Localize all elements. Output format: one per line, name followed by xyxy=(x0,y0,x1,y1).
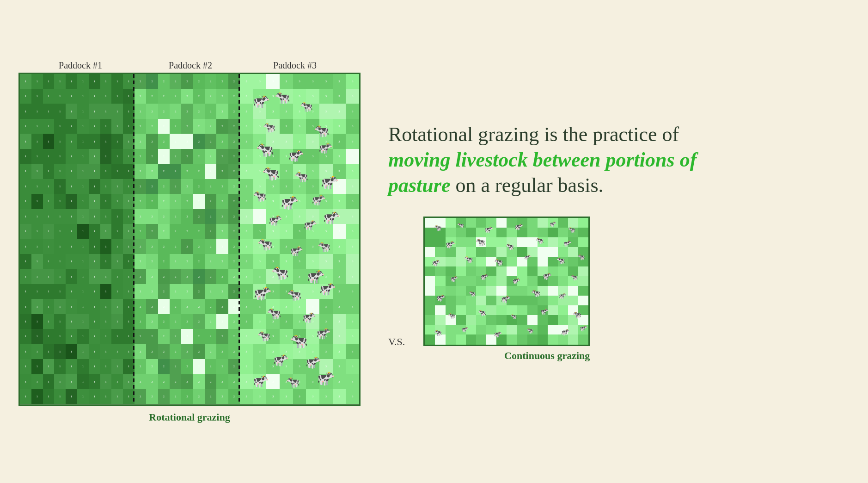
grid-cell: 2 xyxy=(170,284,181,299)
small-grid-cell xyxy=(446,286,456,296)
grid-cell: 2 xyxy=(193,149,205,164)
grid-cell: 1 xyxy=(43,119,55,134)
small-grid-cell xyxy=(568,237,578,247)
grid-cell: 3 xyxy=(240,149,253,164)
grid-cell: 2 xyxy=(134,119,146,134)
small-grid-cell xyxy=(517,325,527,334)
grid-cell: 2 xyxy=(205,224,216,239)
small-grid-cell xyxy=(538,237,548,247)
grid-cell: 3 xyxy=(306,74,319,89)
grid-cell: 3 xyxy=(266,74,280,89)
paddock-3-label: Paddock #3 xyxy=(243,60,347,71)
grid-cell: 3 xyxy=(306,89,319,104)
grid-cell: 1 xyxy=(20,299,31,314)
grid-cell: 2 xyxy=(158,239,170,254)
grid-cell: 2 xyxy=(170,134,181,149)
grid-cell: 2 xyxy=(181,389,193,404)
grid-cell: 1 xyxy=(31,284,43,299)
grid-cell: 2 xyxy=(181,149,193,164)
small-grid-cell xyxy=(456,266,466,276)
grid-cell: 3 xyxy=(266,329,280,344)
small-grid-cell xyxy=(486,247,496,257)
grid-cell: 3 xyxy=(280,224,293,239)
small-grid-cell xyxy=(558,276,568,286)
small-grid-cell xyxy=(425,257,435,266)
grid-cell: 3 xyxy=(346,389,359,404)
grid-cell: 3 xyxy=(240,269,253,284)
grid-cell: 2 xyxy=(205,284,216,299)
grid-cell: 3 xyxy=(280,299,293,314)
small-grid-cell xyxy=(517,218,527,228)
grid-cell: 3 xyxy=(346,329,359,344)
small-grid-cell xyxy=(507,247,517,257)
small-grid-cell xyxy=(466,286,476,296)
small-grid-cell xyxy=(425,218,435,228)
grid-cell: 3 xyxy=(346,89,359,104)
grid-cell: 1 xyxy=(66,389,77,404)
grid-cell: 3 xyxy=(293,194,306,209)
grid-cell: 3 xyxy=(280,89,293,104)
grid-cell: 2 xyxy=(193,299,205,314)
grid-cell: 3 xyxy=(333,209,346,224)
continuous-grazing-caption: Continuous grazing xyxy=(504,350,590,362)
grid-cell: 1 xyxy=(20,179,31,194)
grid-cell: 1 xyxy=(31,389,43,404)
grid-cell: 3 xyxy=(266,374,280,389)
grid-cell: 3 xyxy=(346,359,359,374)
grid-cell: 3 xyxy=(346,224,359,239)
grid-cell: 3 xyxy=(346,239,359,254)
grid-cell: 3 xyxy=(253,374,267,389)
paddock-2: 2222222222222222222222222222222222222222… xyxy=(134,74,240,404)
grid-cell: 3 xyxy=(253,344,267,359)
grid-cell: 1 xyxy=(77,299,89,314)
grid-cell: 3 xyxy=(346,284,359,299)
small-grid-cell xyxy=(578,286,588,296)
grid-cell: 1 xyxy=(31,329,43,344)
small-grid-cell xyxy=(527,247,538,257)
grid-cell: 3 xyxy=(333,374,346,389)
grid-cell: 1 xyxy=(77,374,89,389)
grid-cell: 1 xyxy=(43,344,55,359)
grid-cell: 2 xyxy=(170,254,181,269)
grid-cell: 2 xyxy=(216,164,228,179)
paddock-1-label: Paddock #1 xyxy=(23,60,138,71)
grid-cell: 1 xyxy=(89,344,100,359)
grid-cell: 2 xyxy=(181,359,193,374)
grid-cell: 1 xyxy=(66,224,77,239)
continuous-grazing-grid xyxy=(425,218,588,345)
paddock-1-divider xyxy=(133,74,134,404)
small-grid-cell xyxy=(456,237,466,247)
grid-cell: 1 xyxy=(43,269,55,284)
grid-cell: 1 xyxy=(77,314,89,329)
grid-cell: 1 xyxy=(89,239,100,254)
grid-cell: 2 xyxy=(193,104,205,118)
grid-cell: 3 xyxy=(240,359,253,374)
grid-cell: 2 xyxy=(158,314,170,329)
grid-cell: 3 xyxy=(333,104,346,118)
small-grid-cell xyxy=(558,218,568,228)
grid-cell: 1 xyxy=(20,119,31,134)
small-grid-cell xyxy=(456,315,466,325)
small-grid-cell xyxy=(517,276,527,286)
grid-cell: 1 xyxy=(100,389,112,404)
paddock-1-grid: 1111111111111111111111111111111111111111… xyxy=(20,74,134,404)
small-grid-cell xyxy=(548,218,558,228)
grid-cell: 3 xyxy=(306,104,319,118)
small-grid-cell xyxy=(558,315,568,325)
grid-cell: 3 xyxy=(319,344,333,359)
grid-cell: 1 xyxy=(20,74,31,89)
grid-cell: 2 xyxy=(170,314,181,329)
grid-cell: 2 xyxy=(170,299,181,314)
grid-cell: 3 xyxy=(266,359,280,374)
grid-cell: 3 xyxy=(346,179,359,194)
small-grid-cell xyxy=(548,266,558,276)
grid-cell: 2 xyxy=(205,104,216,118)
grid-cell: 1 xyxy=(111,284,123,299)
grid-cell: 1 xyxy=(20,374,31,389)
small-grid-cell xyxy=(435,276,445,286)
grid-cell: 1 xyxy=(31,254,43,269)
small-grid-cell xyxy=(578,257,588,266)
grid-cell: 3 xyxy=(240,299,253,314)
small-grid-cell xyxy=(425,305,435,315)
grid-cell: 2 xyxy=(205,314,216,329)
